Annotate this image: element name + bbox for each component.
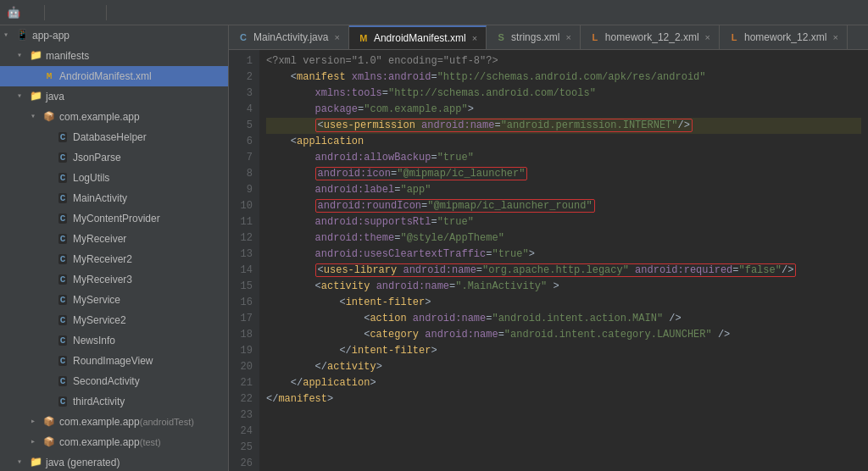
tree-icon-com.example.app: 📦 — [42, 110, 56, 124]
tree-label-java-generated: java (generated) — [46, 454, 120, 471]
tree-icon-java-generated: 📁 — [29, 456, 42, 469]
tree-label-LogUtils: LogUtils — [73, 169, 109, 186]
tab-icon-homework-12: L — [728, 31, 740, 43]
tab-close-strings[interactable]: × — [565, 32, 570, 42]
tab-close-homework-12[interactable]: × — [832, 32, 837, 42]
tree-label-MyContentProvider: MyContentProvider — [73, 210, 160, 227]
editor-area: CMainActivity.java×MAndroidManifest.xml×… — [229, 25, 868, 471]
tree-icon-DatabaseHelper: C — [56, 130, 70, 144]
sidebar-item-app-app[interactable]: ▾📱app-app — [0, 25, 228, 46]
code-line-3: xmlns:tools="http://schemas.android.com/… — [266, 86, 861, 102]
code-line-24: </application> — [266, 375, 861, 391]
tree-arrow-java-generated[interactable]: ▾ — [17, 454, 29, 471]
sidebar-item-java[interactable]: ▾📁java — [0, 86, 228, 107]
sidebar-item-MyReceiver[interactable]: CMyReceiver — [0, 229, 228, 249]
code-line-21: <category android:name="android.intent.c… — [266, 327, 861, 343]
line-number-21: 21 — [232, 375, 253, 391]
sidebar-item-DatabaseHelper[interactable]: CDatabaseHelper — [0, 127, 228, 147]
tree-label-RoundImageView: RoundImageView — [73, 352, 153, 369]
sidebar-item-manifests[interactable]: ▾📁manifests — [0, 46, 228, 66]
sidebar-item-MyService[interactable]: CMyService — [0, 290, 228, 310]
nav-icon-1[interactable] — [55, 4, 72, 21]
code-line-11: android:label="app" — [266, 182, 861, 198]
tab-homework-12-2[interactable]: Lhomework_12_2.xml× — [581, 25, 720, 49]
code-line-15: android:usesCleartextTraffic="true"> — [266, 247, 861, 263]
code-line-16: <uses-library android:name="org.apache.h… — [266, 263, 861, 279]
line-number-5: 5 — [232, 118, 253, 134]
tab-label-strings: strings.xml — [511, 31, 559, 43]
code-line-13: android:supportsRtl="true" — [266, 214, 861, 230]
tabs-bar: CMainActivity.java×MAndroidManifest.xml×… — [229, 25, 868, 50]
settings-icon[interactable] — [117, 4, 134, 21]
tab-android-manifest[interactable]: MAndroidManifest.xml× — [349, 25, 487, 49]
tree-label-java: java — [46, 88, 64, 105]
tree-label-NewsInfo: NewsInfo — [73, 332, 115, 349]
code-line-23: </activity> — [266, 359, 861, 375]
android-icon: 🤖 — [7, 6, 20, 19]
code-line-2: <manifest xmlns:android="http://schemas.… — [266, 69, 861, 86]
tree-label-MainActivity: MainActivity — [73, 190, 127, 207]
tree-icon-com.example.app.test: 📦 — [42, 435, 56, 449]
tree-label-SecondActivity: SecondActivity — [73, 373, 140, 390]
sidebar-item-MainActivity[interactable]: CMainActivity — [0, 188, 228, 208]
tab-close-homework-12-2[interactable]: × — [705, 32, 710, 42]
sidebar-item-MyService2[interactable]: CMyService2 — [0, 310, 228, 330]
tab-main-activity[interactable]: CMainActivity.java× — [229, 25, 349, 49]
sidebar-item-com.example.app.androidTest[interactable]: ▸📦com.example.app (androidTest) — [0, 412, 228, 432]
sidebar-item-RoundImageView[interactable]: CRoundImageView — [0, 351, 228, 371]
tree-icon-LogUtils: C — [56, 171, 70, 185]
tab-label-main-activity: MainActivity.java — [253, 31, 328, 43]
sidebar-item-JsonParse[interactable]: CJsonParse — [0, 147, 228, 168]
tree-icon-NewsInfo: C — [56, 334, 70, 347]
sidebar-item-LogUtils[interactable]: CLogUtils — [0, 168, 228, 188]
code-line-10: android:icon="@mipmap/ic_launcher" — [266, 166, 861, 182]
line-number-25: 25 — [232, 440, 253, 456]
sidebar-item-AndroidManifest[interactable]: MAndroidManifest.xml — [0, 66, 228, 86]
code-line-19: <action android:name="android.intent.act… — [266, 311, 861, 327]
line-number-23: 23 — [232, 407, 253, 424]
line-number-24: 24 — [232, 424, 253, 440]
line-number-16: 16 — [232, 295, 253, 311]
tab-homework-12[interactable]: Lhomework_12.xml× — [720, 25, 848, 49]
tree-icon-com.example.app.androidTest: 📦 — [42, 415, 56, 429]
nav-icon-2[interactable] — [79, 4, 96, 21]
code-line-1: <?xml version="1.0" encoding="utf-8"?> — [266, 53, 861, 69]
tree-arrow-com.example.app.test[interactable]: ▸ — [31, 434, 42, 451]
tree-arrow-com.example.app.androidTest[interactable]: ▸ — [31, 413, 42, 430]
tree-arrow-java[interactable]: ▾ — [17, 88, 29, 105]
tree-icon-MyReceiver3: C — [56, 273, 70, 286]
tree-arrow-app-app[interactable]: ▾ — [3, 27, 15, 44]
line-number-15: 15 — [232, 279, 253, 295]
sidebar-item-java-generated[interactable]: ▾📁java (generated) — [0, 452, 228, 471]
tree-label-MyService: MyService — [73, 291, 120, 308]
code-line-8: <application — [266, 134, 861, 150]
line-number-18: 18 — [232, 327, 253, 343]
tree-label-app-app: app-app — [32, 27, 70, 44]
sidebar-item-SecondActivity[interactable]: CSecondActivity — [0, 371, 228, 391]
tree-arrow-manifests[interactable]: ▾ — [17, 47, 29, 64]
tree-icon-JsonParse: C — [56, 151, 70, 164]
tab-strings[interactable]: Sstrings.xml× — [487, 25, 581, 49]
code-line-12: android:roundIcon="@mipmap/ic_launcher_r… — [266, 198, 861, 214]
sidebar-item-com.example.app.test[interactable]: ▸📦com.example.app (test) — [0, 432, 228, 452]
sidebar-item-MyContentProvider[interactable]: CMyContentProvider — [0, 208, 228, 229]
tree-icon-MyContentProvider: C — [56, 212, 70, 225]
tree-label-DatabaseHelper: DatabaseHelper — [73, 129, 147, 146]
sidebar-item-NewsInfo[interactable]: CNewsInfo — [0, 330, 228, 351]
line-number-26: 26 — [232, 456, 253, 471]
tab-close-main-activity[interactable]: × — [334, 32, 339, 42]
sidebar-item-com.example.app[interactable]: ▾📦com.example.app — [0, 107, 228, 127]
tree-arrow-com.example.app[interactable]: ▾ — [31, 108, 42, 125]
tree-label-MyReceiver2: MyReceiver2 — [73, 251, 132, 268]
tree-label-MyService2: MyService2 — [73, 312, 126, 329]
tab-icon-android-manifest: M — [358, 32, 370, 44]
line-number-12: 12 — [232, 230, 253, 247]
editor-content[interactable]: 1234567891011121314151617181920212223242… — [229, 50, 868, 471]
sidebar-item-MyReceiver2[interactable]: CMyReceiver2 — [0, 249, 228, 269]
tree-icon-app-app: 📱 — [15, 29, 29, 42]
code-lines: <?xml version="1.0" encoding="utf-8"?> <… — [259, 50, 868, 471]
sidebar-item-thirdActivity[interactable]: CthirdActivity — [0, 391, 228, 412]
tab-close-android-manifest[interactable]: × — [472, 33, 477, 43]
line-number-19: 19 — [232, 343, 253, 359]
sidebar-item-MyReceiver3[interactable]: CMyReceiver3 — [0, 269, 228, 290]
